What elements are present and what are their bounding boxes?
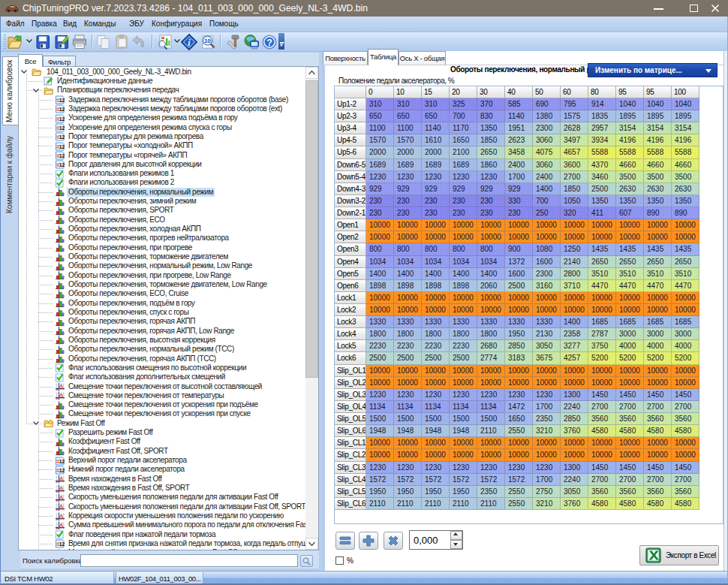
svg-text:12: 12: [59, 107, 65, 113]
svg-text:12: 12: [59, 97, 65, 104]
svg-text:12: 12: [59, 143, 65, 150]
svg-text:12: 12: [59, 134, 65, 141]
svg-text:12: 12: [59, 116, 65, 122]
svg-text:10: 10: [204, 38, 211, 44]
svg-text:12: 12: [59, 467, 65, 474]
svg-text:12: 12: [59, 162, 65, 169]
svg-text:12: 12: [59, 125, 65, 131]
svg-text:?: ?: [266, 38, 272, 48]
svg-text:12: 12: [59, 541, 65, 548]
svg-text:12: 12: [59, 458, 65, 465]
svg-text:12: 12: [59, 152, 65, 159]
